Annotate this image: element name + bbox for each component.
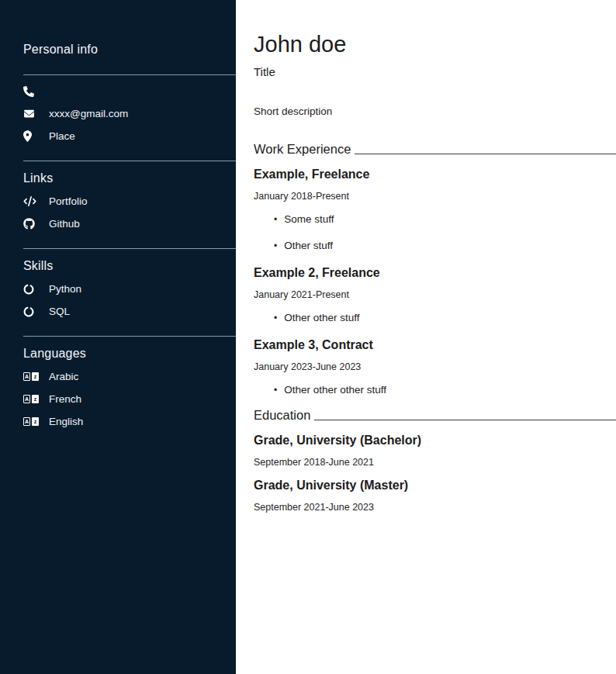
work-entry-title: Example 2, Freelance [254, 266, 616, 280]
education-entry-title: Grade, University (Bachelor) [254, 434, 616, 448]
bullet-text: Some stuff [284, 213, 334, 225]
work-entry-title: Example, Freelance [254, 168, 616, 181]
bullet-item: •Some stuff [274, 213, 616, 225]
work-entry-dates: January 2018-Present [254, 191, 616, 202]
work-entry: Example, Freelance January 2018-Present … [254, 168, 616, 251]
personal-info-items: xxxx@gmail.com Place [23, 85, 236, 143]
education-heading-label: Education [254, 408, 310, 423]
languages-heading: Languages [23, 347, 236, 361]
education-heading: Education [254, 408, 616, 423]
language-icon: Az [23, 372, 40, 381]
personal-info-heading: Personal info [23, 43, 236, 57]
circle-notch-icon [23, 306, 40, 317]
person-name: John doe [254, 33, 616, 57]
bullet-item: •Other other stuff [274, 312, 616, 323]
section-rule [314, 420, 616, 420]
bullet-text: Other stuff [284, 240, 333, 251]
resume-page: Personal info xxxx@gmail.com Place [0, 0, 616, 674]
education-entry: Grade, University (Bachelor) September 2… [254, 434, 616, 468]
work-experience-heading: Work Experience [254, 142, 616, 157]
bullet-glyph: • [274, 313, 277, 323]
person-title: Title [254, 65, 616, 78]
code-icon [23, 196, 40, 206]
github-icon [23, 218, 40, 230]
work-entry: Example 2, Freelance January 2021-Presen… [254, 266, 616, 323]
skill-row: Python [23, 282, 236, 296]
circle-notch-icon [23, 284, 40, 295]
links-heading: Links [23, 171, 236, 185]
language-label: French [49, 393, 81, 405]
languages-items: Az Arabic Az French Az English [23, 370, 236, 428]
links-items: Portfolio Github [23, 195, 236, 230]
education-entry-title: Grade, University (Master) [254, 479, 616, 493]
github-link[interactable]: Github [23, 217, 236, 230]
education-entry-dates: September 2021-June 2023 [254, 502, 616, 513]
bullet-item: •Other other other stuff [274, 384, 616, 396]
envelope-icon [23, 109, 40, 119]
phone-row [23, 85, 236, 98]
sidebar-divider [23, 161, 236, 161]
location-pin-icon [23, 130, 40, 142]
bullet-text: Other other stuff [284, 312, 359, 323]
sidebar: Personal info xxxx@gmail.com Place [0, 0, 236, 674]
education-entry-dates: September 2018-June 2021 [254, 457, 616, 468]
work-entry-bullets: •Other other other stuff [254, 384, 616, 396]
work-experience-heading-label: Work Experience [254, 142, 351, 157]
short-description: Short description [254, 105, 616, 117]
bullet-glyph: • [274, 241, 277, 251]
work-entry: Example 3, Contract January 2023-June 20… [254, 338, 616, 396]
section-rule [355, 154, 616, 154]
email-row[interactable]: xxxx@gmail.com [23, 107, 236, 120]
bullet-text: Other other other stuff [284, 384, 386, 396]
language-icon: Az [23, 395, 40, 403]
language-icon: Az [23, 417, 40, 426]
skills-items: Python SQL [23, 282, 236, 318]
github-label: Github [49, 218, 80, 230]
place-row: Place [23, 130, 236, 143]
portfolio-label: Portfolio [49, 195, 88, 207]
work-entry-dates: January 2021-Present [254, 289, 616, 300]
sidebar-divider [23, 336, 236, 337]
skill-row: SQL [23, 305, 236, 318]
resume-main: John doe Title Short description Work Ex… [237, 0, 616, 674]
bullet-item: •Other stuff [274, 240, 616, 251]
place-value: Place [49, 130, 75, 142]
phone-icon [23, 86, 40, 97]
bullet-glyph: • [274, 385, 277, 395]
language-label: English [49, 416, 83, 427]
portfolio-link[interactable]: Portfolio [23, 195, 236, 208]
language-row: Az English [23, 415, 236, 428]
work-entry-bullets: •Some stuff •Other stuff [254, 213, 616, 251]
work-entry-bullets: •Other other stuff [254, 312, 616, 323]
sidebar-divider [23, 74, 236, 75]
language-row: Az French [23, 392, 236, 406]
skill-label: SQL [49, 306, 70, 317]
skills-heading: Skills [23, 259, 236, 273]
sidebar-divider [23, 248, 236, 249]
work-entry-dates: January 2023-June 2023 [254, 361, 616, 372]
email-value: xxxx@gmail.com [49, 108, 128, 119]
skill-label: Python [49, 283, 81, 295]
bullet-glyph: • [274, 215, 277, 224]
language-row: Az Arabic [23, 370, 236, 383]
education-entry: Grade, University (Master) September 202… [254, 479, 616, 513]
work-entry-title: Example 3, Contract [254, 338, 616, 352]
language-label: Arabic [49, 371, 78, 382]
